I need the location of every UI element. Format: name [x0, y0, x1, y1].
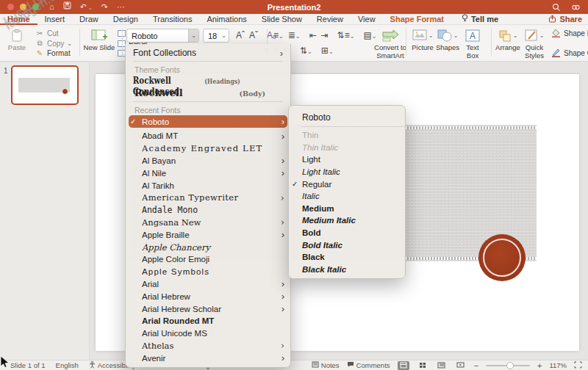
font-list-item[interactable]: ✓ Apple Symbols › [126, 266, 290, 278]
language-button[interactable]: English [56, 361, 79, 369]
font-list-item[interactable]: ✓ Arial › [126, 278, 290, 291]
zoom-window-button[interactable] [32, 4, 39, 10]
new-slide-button[interactable]: New Slide. [85, 27, 113, 59]
align-text-button[interactable]: ⊞⌄ [319, 44, 336, 57]
font-list-item[interactable]: ✓ Arial Hebrew › [126, 290, 290, 302]
shape-outline-button[interactable]: Shape Outline⌄ [551, 48, 588, 58]
search-icon[interactable] [552, 3, 561, 12]
zoom-level[interactable]: 117% [549, 361, 567, 369]
convert-to-smartart-button[interactable]: Convert to SmartArt [373, 27, 407, 59]
font-variant-submenu: Roboto ✓ Thin ✓ Thin Italic ✓ Light ✓ Li… [288, 105, 406, 279]
reading-view-icon[interactable] [436, 361, 448, 370]
font-variant-item[interactable]: ✓ Thin [289, 129, 405, 142]
font-variant-item[interactable]: ✓ Black Italic [289, 264, 405, 276]
font-list-item[interactable]: ✓ Al Tarikh › [126, 179, 290, 192]
shapes-button[interactable]: ⌄ Shapes [435, 27, 460, 59]
share-link-icon[interactable] [571, 3, 581, 12]
theme-font-item[interactable]: Rockwell Condensed (Headings) [126, 75, 261, 87]
line-spacing-button[interactable]: ⇅≡⌄ [335, 29, 357, 42]
ribbon-tab[interactable]: Review [309, 14, 351, 25]
picture-button[interactable]: ⌄ Picture [410, 27, 435, 59]
font-variant-item[interactable]: ✓ Light [289, 153, 405, 166]
slide-sorter-icon[interactable] [417, 361, 429, 370]
font-list-item[interactable]: ✓ Apple Chancery › [126, 241, 290, 253]
paste-button[interactable]: Paste [4, 27, 29, 58]
font-list-item[interactable]: ✓ Al Bayan › [126, 155, 290, 167]
font-list-item[interactable]: ✓ Abadi MT › [126, 130, 290, 142]
text-box-button[interactable]: A Text Box [460, 27, 485, 59]
font-variant-item[interactable]: ✓ Medium [289, 203, 405, 215]
normal-view-button[interactable] [398, 361, 409, 370]
zoom-slider[interactable] [486, 365, 530, 366]
font-list-item[interactable]: ✓ Apple Color Emoji › [126, 253, 290, 266]
font-list-item[interactable]: ✓ Athelas › [126, 340, 290, 352]
numbering-button[interactable]: ≣⌄ [286, 29, 303, 42]
ribbon-tab[interactable]: Insert [37, 14, 73, 25]
zoom-out-icon[interactable]: − [474, 361, 478, 370]
slideshow-icon[interactable] [455, 361, 467, 370]
tell-me-button[interactable]: Tell me [454, 14, 506, 25]
font-variant-item[interactable]: ✓ Medium Italic [289, 214, 405, 227]
more-icon[interactable]: ⋯ [117, 0, 125, 14]
font-list-item[interactable]: ✓ American Typewriter › [126, 192, 290, 204]
font-list-item[interactable]: ✓ Arial Unicode MS › [126, 327, 290, 340]
font-name-combobox[interactable]: Roboto ⌄ [126, 29, 199, 43]
decrease-font-size-button[interactable]: Aˇ [247, 29, 260, 43]
fit-window-icon[interactable] [574, 361, 582, 370]
font-list-item[interactable]: ✓ Al Nile › [126, 167, 290, 179]
close-window-button[interactable] [7, 4, 14, 10]
undo-icon[interactable]: ↶ ⌄ [80, 0, 93, 15]
font-variant-item[interactable]: ✓ Thin Italic [289, 142, 405, 154]
slide-thumbnail[interactable] [11, 65, 79, 105]
redo-icon[interactable]: ↷ [101, 0, 108, 14]
font-list-item[interactable]: ✓ Academy Engraved LET › [126, 142, 290, 155]
ribbon-tab[interactable]: Animations [199, 14, 254, 25]
font-list-item[interactable]: ✓ Arial Rounded MT › [126, 315, 290, 327]
font-variant-item[interactable]: ✓ Italic [289, 190, 405, 203]
ribbon-tab[interactable]: View [351, 14, 383, 25]
format-painter-button[interactable]: ✎Format [35, 48, 72, 58]
ribbon-tab[interactable]: Design [106, 14, 146, 25]
comments-button[interactable]: Comments [347, 361, 390, 369]
font-variant-item[interactable]: ✓ Bold Italic [289, 239, 405, 251]
quick-styles-button[interactable]: ⌄ Quick Styles [520, 27, 548, 59]
font-list-item[interactable]: ✓ Apple Braille › [126, 228, 290, 241]
font-variant-item[interactable]: ✓ Regular [289, 178, 405, 190]
increase-indent-button[interactable]: ⇥ [319, 29, 331, 42]
font-variant-item[interactable]: ✓ Light Italic [289, 166, 405, 178]
cut-button[interactable]: ✂Cut [35, 29, 72, 38]
bullets-button[interactable]: ≡⌄ [271, 29, 286, 42]
red-stamp-shape[interactable] [478, 234, 526, 281]
font-variant-item[interactable]: ✓ Bold [289, 227, 405, 239]
decrease-indent-button[interactable]: ⇤ [306, 29, 318, 42]
menu-scroll-down-icon[interactable]: ⌄ [126, 364, 290, 370]
font-variant-item[interactable]: ✓ Black [289, 251, 405, 264]
share-button[interactable]: Share [548, 15, 582, 24]
shape-fill-button[interactable]: Shape Fill⌄ [551, 29, 588, 38]
text-box-icon: A [465, 27, 480, 43]
ribbon-tab[interactable]: Transitions [146, 14, 199, 25]
font-list-item[interactable]: ✓ Avenir › [126, 352, 290, 364]
minimize-window-button[interactable] [20, 4, 26, 10]
font-list-item[interactable]: ✓ Arial Hebrew Scholar › [126, 302, 290, 315]
font-dropdown-button[interactable]: ⌄ [188, 29, 198, 42]
ribbon-tab[interactable]: Slide Show [254, 14, 309, 25]
zoom-in-icon[interactable]: + [537, 361, 542, 370]
increase-font-size-button[interactable]: Aˆ [234, 29, 247, 43]
arrange-button[interactable]: ⌄ Arrange [495, 27, 520, 59]
font-collections-item[interactable]: Font Collections › [126, 46, 290, 59]
ribbon-tab[interactable]: Draw [72, 14, 106, 25]
font-size-combobox[interactable]: 18 ⌄ [203, 29, 229, 43]
save-icon[interactable] [63, 0, 71, 14]
text-direction-button[interactable]: ⇅⌄ [298, 44, 315, 57]
ribbon-tab[interactable]: Home [0, 14, 37, 25]
notes-button[interactable]: Notes [312, 361, 340, 369]
recent-font-item-roboto[interactable]: ✓ Roboto › [129, 115, 287, 128]
font-list-item[interactable]: ✓ Angsana New › [126, 217, 290, 229]
chevron-down-icon: ⌄ [221, 32, 226, 39]
ribbon-tab[interactable]: Shape Format [383, 14, 451, 25]
font-list-item[interactable]: ✓ Andale Mono › [126, 204, 290, 217]
home-icon[interactable]: ⌂ [49, 0, 54, 14]
copy-button[interactable]: ⧉Copy⌄ [35, 39, 72, 48]
zoom-slider-knob[interactable] [506, 362, 514, 369]
